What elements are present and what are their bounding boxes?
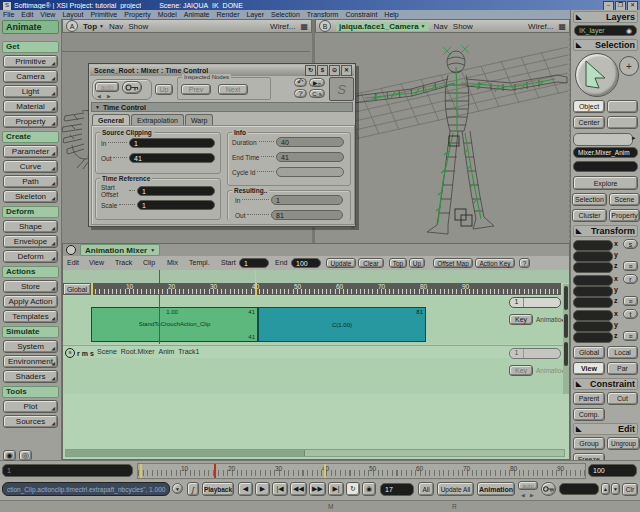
time-control-dialog[interactable]: Scene_Root : Mixer : Time Control ↻ $ ⊙ …	[88, 63, 356, 227]
grid-icon[interactable]: ▦	[300, 22, 308, 31]
button-shape[interactable]: Shape◢	[3, 220, 58, 233]
next-key-icon[interactable]: ▶	[530, 492, 534, 498]
mixer-menu-view[interactable]: View	[89, 259, 104, 266]
go-to-start-button[interactable]: |◀	[272, 482, 288, 496]
clear-keys-button[interactable]: Clr	[622, 483, 638, 496]
mixer-menu-clip[interactable]: Clip	[143, 259, 155, 266]
button-envelope[interactable]: Envelope◢	[3, 235, 58, 248]
panel-cycle-icon[interactable]: ◎	[19, 450, 32, 461]
button-store[interactable]: Store◢	[3, 280, 58, 293]
range-marker-41[interactable]	[255, 283, 257, 295]
clip-cycle[interactable]: C(1.00) 81	[258, 307, 426, 342]
global-track-tab[interactable]: Global	[63, 283, 91, 295]
key-icon[interactable]	[122, 81, 142, 94]
layers-header[interactable]: ◣Layers	[573, 11, 638, 23]
status-dropdown-icon[interactable]: ▼	[172, 483, 183, 494]
button-primitive[interactable]: Primitive◢	[3, 55, 58, 68]
comp-button[interactable]: Comp.	[573, 408, 605, 421]
play-button[interactable]: ▶▶	[309, 482, 326, 496]
offset-map-button[interactable]: Offset Map	[433, 258, 473, 268]
scale-mode-button[interactable]: s	[623, 239, 638, 249]
mixer-ruler[interactable]: 10 20 30 40 50 60 70 80 90	[91, 283, 561, 295]
cluster-button[interactable]: Cluster	[572, 209, 607, 222]
explore-button[interactable]: Explore	[573, 176, 638, 190]
track2-name[interactable]: Scene_Root.Mixer_Anim_Track1	[97, 348, 357, 355]
lock-icon[interactable]: ⊙	[329, 65, 340, 76]
command-status-field[interactable]: ction_Clip.actionclip.timectrl.extrapaft…	[2, 482, 170, 496]
selection-button[interactable]: Selection	[572, 193, 607, 206]
clip-standtocrouch[interactable]: 1.00 StandToCrouchAction_Clip 41 41	[91, 307, 258, 342]
button-path[interactable]: Path◢	[3, 175, 58, 188]
global-button[interactable]: Global	[573, 346, 605, 359]
timeline-playhead[interactable]	[214, 464, 216, 478]
range-start-marker[interactable]	[91, 283, 93, 295]
scene-button[interactable]: Scene	[609, 193, 640, 206]
menu-selection[interactable]: Selection	[271, 11, 300, 18]
prev-key-icon[interactable]: ◀	[521, 492, 525, 498]
mixer-menu-mix[interactable]: Mix	[167, 259, 178, 266]
top-button[interactable]: Top	[389, 258, 407, 268]
translate-y-field[interactable]	[573, 321, 613, 332]
mixer-menu-templ[interactable]: Templ.	[189, 259, 210, 266]
ungroup-button[interactable]: Ungroup	[607, 437, 640, 450]
mixer-help-button[interactable]: ?	[519, 258, 530, 268]
center-filter-alt-button[interactable]	[607, 116, 638, 129]
mixer-end-field[interactable]: 100	[291, 258, 321, 268]
button-property[interactable]: Property◢	[3, 115, 58, 128]
select-tool-button[interactable]	[575, 53, 619, 97]
script-icon[interactable]: ʃ	[187, 482, 199, 496]
scale-menu-button[interactable]: ≡	[623, 261, 638, 271]
viewport-b-nav-menu[interactable]: Nav	[434, 22, 448, 31]
panel-lock-icon[interactable]: ◉	[3, 450, 16, 461]
button-system[interactable]: System◢	[3, 340, 58, 353]
scale-z-field[interactable]	[573, 262, 613, 273]
button-light[interactable]: Light◢	[3, 85, 58, 98]
menu-help[interactable]: Help	[384, 11, 398, 18]
selected-object-field[interactable]: Mixer.Mixer_Anim	[573, 147, 638, 158]
add-selection-button[interactable]: +	[619, 56, 639, 76]
rotate-mode-button[interactable]: r	[623, 274, 638, 284]
translate-mode-button[interactable]: t	[623, 309, 638, 319]
menu-transform[interactable]: Transform	[307, 11, 339, 18]
menu-animate[interactable]: Animate	[184, 11, 210, 18]
mixer-vscrollbar[interactable]	[563, 284, 569, 394]
undo-icon[interactable]: ↶	[294, 78, 307, 87]
parent-button[interactable]: Parent	[573, 392, 605, 405]
dialog-close-icon[interactable]: ✕	[341, 65, 352, 76]
animation-menu-button[interactable]: Animation	[477, 482, 515, 496]
rotate-y-field[interactable]	[573, 286, 613, 297]
button-parameter[interactable]: Parameter◢	[3, 145, 58, 158]
mixer-title-menu[interactable]: Animation Mixer▼	[80, 244, 160, 256]
rewind-button[interactable]: ◀◀	[290, 482, 307, 496]
group-button[interactable]: Group	[573, 437, 605, 450]
spinner-up-icon[interactable]: ▲	[601, 483, 610, 495]
start-offset-field[interactable]: 1	[137, 186, 215, 196]
mixer-playhead[interactable]	[159, 270, 160, 344]
view-button[interactable]: View	[573, 362, 605, 375]
up-button[interactable]: Up	[409, 258, 425, 268]
update-button[interactable]: Update	[326, 258, 356, 268]
button-skeleton[interactable]: Skeleton◢	[3, 190, 58, 203]
mixer-menu-track[interactable]: Track	[115, 259, 132, 266]
button-apply-action[interactable]: Apply Action	[3, 295, 58, 308]
all-button[interactable]: All	[418, 482, 434, 496]
cs-icon[interactable]: C·s	[309, 89, 325, 98]
track2-key-button[interactable]: Key	[509, 365, 533, 376]
rotate-z-field[interactable]	[573, 297, 613, 308]
viewport-a-letter[interactable]: A	[66, 20, 78, 32]
selected-object-field-2[interactable]	[573, 161, 638, 172]
action-key-button[interactable]: Action Key	[475, 258, 515, 268]
button-sources[interactable]: Sources◢	[3, 415, 58, 428]
layer-menu-icon[interactable]: ◉	[626, 27, 632, 35]
audio-mute-button[interactable]: ◉	[362, 482, 376, 496]
scale-y-field[interactable]	[573, 251, 613, 262]
button-curve[interactable]: Curve◢	[3, 160, 58, 173]
mixer-hscrollbar[interactable]	[65, 449, 565, 457]
timeline-ruler[interactable]: 10 20 30 40 50 60 70 80 90	[137, 463, 586, 479]
viewport-a-show-menu[interactable]: Show	[128, 22, 148, 31]
menu-constraint[interactable]: Constraint	[345, 11, 377, 18]
refresh-icon[interactable]: ↻	[305, 65, 316, 76]
keyable-params-field[interactable]	[559, 483, 599, 495]
viewport-b-letter[interactable]: B	[319, 20, 331, 32]
viewport-b-show-menu[interactable]: Show	[453, 22, 473, 31]
